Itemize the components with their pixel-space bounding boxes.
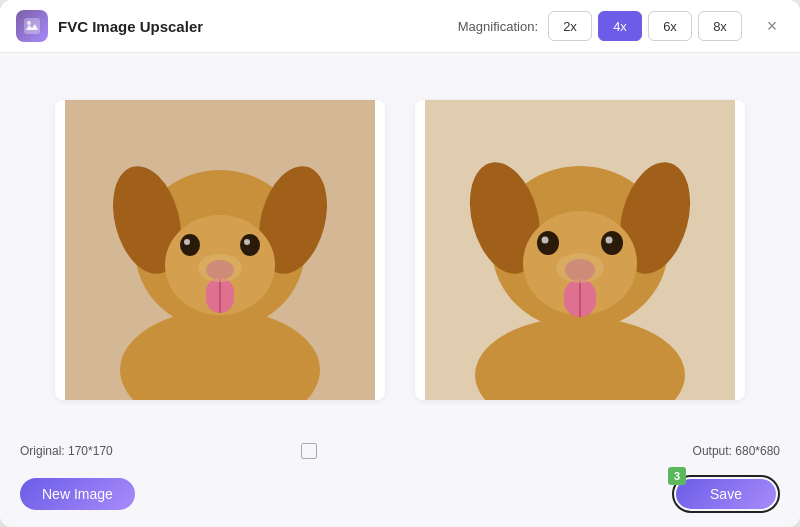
save-badge: 3 [668,467,686,485]
new-image-button[interactable]: New Image [20,478,135,510]
svg-point-11 [244,239,250,245]
save-button-wrapper: Save [672,475,780,513]
title-bar: FVC Image Upscaler Magnification: 2x 4x … [0,0,800,53]
close-button[interactable]: × [760,14,784,38]
svg-point-10 [184,239,190,245]
svg-point-8 [180,234,200,256]
output-image-panel [415,100,745,400]
main-content [0,53,800,429]
svg-point-22 [537,231,559,255]
save-button[interactable]: Save [676,479,776,509]
magnification-buttons: 2x 4x 6x 8x [548,11,742,41]
mag-8x-button[interactable]: 8x [698,11,742,41]
app-title: FVC Image Upscaler [58,18,203,35]
app-window: FVC Image Upscaler Magnification: 2x 4x … [0,0,800,527]
svg-point-24 [542,237,549,244]
original-image-panel [55,100,385,400]
output-size-label: Output: 680*680 [693,444,780,458]
footer-info: Original: 170*170 Output: 680*680 [0,429,800,465]
svg-point-1 [27,21,31,25]
output-image [425,100,735,400]
mag-4x-button[interactable]: 4x [598,11,642,41]
svg-point-25 [606,237,613,244]
original-size-label: Original: 170*170 [20,444,113,458]
svg-point-29 [556,253,604,283]
svg-rect-0 [24,18,40,34]
svg-point-23 [601,231,623,255]
compare-icon[interactable] [301,443,317,459]
svg-point-15 [198,254,242,282]
app-icon [16,10,48,42]
original-image [65,100,375,400]
mag-6x-button[interactable]: 6x [648,11,692,41]
magnification-label: Magnification: [458,19,538,34]
action-bar: New Image 3 Save [0,465,800,527]
save-area: 3 Save [672,475,780,513]
svg-point-9 [240,234,260,256]
mag-2x-button[interactable]: 2x [548,11,592,41]
